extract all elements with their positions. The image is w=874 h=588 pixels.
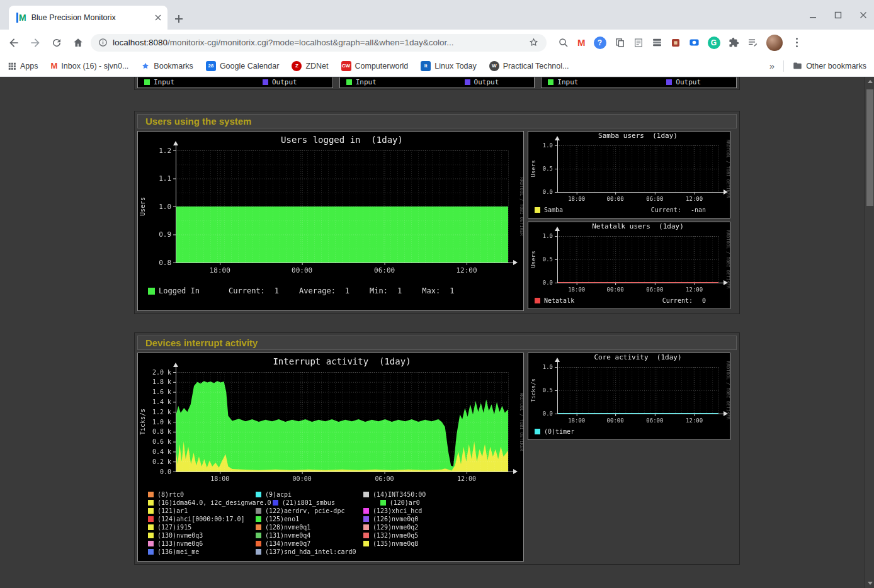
copy-icon[interactable] [615, 37, 625, 48]
bookmark-calendar[interactable]: 28 Google Calendar [206, 61, 280, 71]
users-logged-in-canvas [138, 132, 523, 279]
legend-item: (122)aerdrv, pcie-dpc [256, 507, 362, 515]
network-section-cutoff: Input Output Input Output Input Ou [134, 77, 740, 90]
url-path: /monitorix-cgi/monitorix.cgi?mode=localh… [167, 38, 453, 47]
core-graph-legend: (0)timer [528, 427, 730, 439]
netatalk-users-canvas [528, 222, 730, 297]
legend-swatch [666, 79, 672, 85]
legend-swatch [465, 79, 470, 85]
bookmark-star-icon[interactable] [528, 37, 539, 48]
legend-label: (121)ar1 [157, 507, 188, 515]
legend-swatch [148, 533, 154, 538]
window-controls [809, 0, 868, 30]
minimize-icon[interactable] [809, 11, 817, 20]
network-graph-strip[interactable]: Input Output [541, 77, 737, 88]
legend-swatch [256, 524, 261, 530]
legend-item: Netatalk [535, 297, 574, 304]
window-close-icon[interactable] [859, 11, 868, 20]
tab-strip: M Blue Precision Monitorix [0, 0, 874, 30]
scroll-down-icon[interactable] [865, 579, 874, 588]
users-logged-in-graph[interactable]: Logged InCurrent:1Average:1Min:1Max:1 [137, 131, 524, 311]
profile-avatar[interactable] [766, 35, 783, 51]
search-icon[interactable] [558, 37, 569, 48]
legend-item: (130)nvme0q3 [148, 531, 254, 540]
maximize-icon[interactable] [834, 11, 843, 20]
legend-stat: Current:-nan [651, 206, 706, 213]
legend-label: Input [557, 78, 578, 86]
network-graph-strip[interactable]: Input Output [339, 77, 535, 88]
legend-item: (133)nvme0q6 [148, 540, 254, 548]
browser-tab[interactable]: M Blue Precision Monitorix [9, 6, 167, 30]
bookmark-practical-tech[interactable]: W Practical Technol... [489, 61, 569, 71]
grammarly-icon[interactable]: G [708, 37, 720, 49]
reload-icon[interactable] [48, 34, 65, 52]
network-graph-strip[interactable]: Input Output [137, 77, 333, 88]
box-icon[interactable] [671, 38, 681, 48]
bookmark-apps[interactable]: Apps [8, 62, 38, 71]
url-text[interactable]: localhost:8080/monitorix-cgi/monitorix.c… [113, 38, 523, 47]
bookmark-bookmarks[interactable]: Bookmarks [141, 62, 193, 71]
puzzle-icon[interactable] [729, 37, 739, 48]
legend-item: (124)ahci[0000:00:17.0] [148, 515, 254, 523]
scrollbar-thumb[interactable] [866, 89, 873, 206]
browser-toolbar: localhost:8080/monitorix-cgi/monitorix.c… [0, 30, 874, 55]
new-tab-button[interactable] [174, 14, 184, 24]
browser-menu-icon[interactable] [791, 35, 803, 50]
notes-icon[interactable] [747, 37, 758, 48]
legend-swatch [148, 516, 154, 522]
legend-swatch [363, 533, 369, 538]
legend-swatch [535, 429, 540, 434]
interrupt-activity-graph[interactable]: (8)rtc0(9)acpi(14)INT3450:00(16)idma64.0… [137, 353, 524, 562]
page-icon[interactable] [633, 38, 644, 48]
legend-stat: Min:1 [370, 286, 402, 295]
legend-item: (131)nvme0q4 [256, 531, 362, 540]
legend-label: (131)nvme0q4 [265, 531, 310, 540]
netatalk-users-graph[interactable]: NetatalkCurrent:0 [528, 222, 730, 309]
legend-stat: Max:1 [422, 286, 454, 295]
bookmarks-divider [783, 60, 784, 72]
camera-icon[interactable] [689, 37, 700, 48]
section-title: Users using the system [145, 116, 251, 127]
users-section: Users using the system Logged InCurrent:… [134, 111, 740, 314]
bookmark-computerworld[interactable]: CW Computerworld [341, 61, 409, 71]
forward-icon[interactable] [26, 34, 44, 52]
home-icon[interactable] [69, 34, 87, 52]
legend-item: (120)ar0 [380, 499, 487, 507]
back-icon[interactable] [5, 34, 23, 52]
legend-label: (21)i801_smbus [282, 499, 335, 507]
info-icon[interactable] [98, 38, 108, 47]
legend-label: (123)xhci_hcd [373, 507, 422, 515]
legend-item: (128)nvme0q1 [256, 523, 362, 531]
legend-item: (21)i801_smbus [273, 499, 379, 507]
legend-swatch [263, 79, 268, 85]
legend-swatch [256, 516, 261, 522]
other-bookmarks[interactable]: Other bookmarks [793, 61, 866, 71]
apps-grid-icon [8, 62, 16, 71]
gmail-icon[interactable]: M [577, 37, 586, 48]
address-bar[interactable]: localhost:8080/monitorix-cgi/monitorix.c… [91, 34, 547, 52]
tab-close-icon[interactable] [154, 13, 162, 22]
legend-label: Netatalk [544, 297, 574, 304]
legend-label: (8)rtc0 [157, 490, 184, 499]
bookmarks-overflow-icon[interactable]: » [769, 60, 775, 71]
legend-swatch [148, 541, 154, 546]
legend-stat: Current:0 [662, 297, 706, 304]
bookmark-zdnet[interactable]: Z ZDNet [292, 61, 328, 71]
legend-label: (136)mei_me [157, 548, 199, 556]
core-activity-graph[interactable]: (0)timer [528, 353, 730, 440]
stack-icon[interactable] [652, 37, 662, 48]
legend-label: (16)idma64.0, i2c_designware.0 [157, 499, 271, 507]
samba-users-graph[interactable]: SambaCurrent:-nan [528, 131, 730, 218]
scroll-up-icon[interactable] [865, 77, 874, 86]
users-graph-legend: Logged InCurrent:1Average:1Min:1Max:1 [138, 279, 523, 310]
help-icon[interactable]: ? [594, 37, 606, 49]
legend-item: (136)mei_me [148, 548, 254, 556]
monitorix-favicon: M [16, 13, 26, 23]
page-scrollbar[interactable] [865, 77, 874, 588]
gmail-icon: M [51, 61, 58, 71]
extension-icons: M ? G [558, 35, 803, 51]
bookmark-linuxtoday[interactable]: lt Linux Today [421, 61, 477, 71]
bookmark-inbox[interactable]: M Inbox (16) - sjvn0... [51, 61, 129, 71]
legend-swatch [256, 541, 261, 546]
legend-item: (135)nvme0q8 [363, 540, 470, 548]
